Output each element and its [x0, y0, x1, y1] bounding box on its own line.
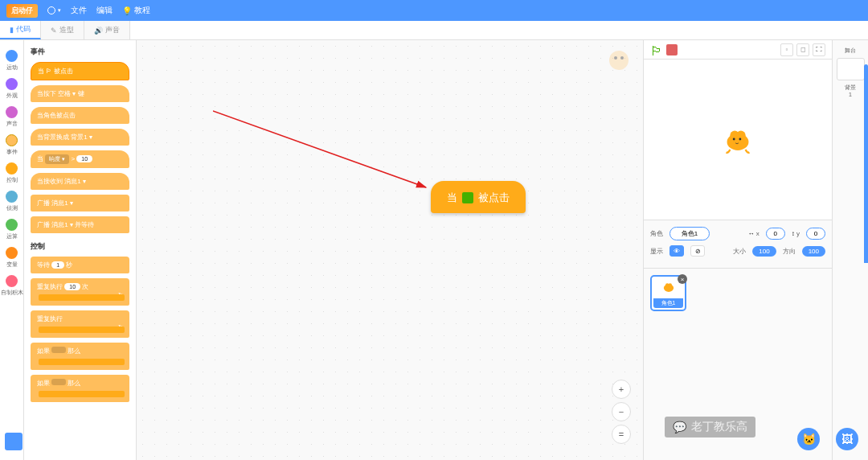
zoom-reset-button[interactable]: =	[612, 425, 631, 444]
block-when-backdrop-switches[interactable]: 当背景换成 背景1 ▾	[31, 129, 129, 146]
block-when-flag-clicked[interactable]: 当 🏳 被点击	[31, 62, 129, 80]
scrollbar[interactable]	[864, 64, 868, 396]
arrow-annotation	[213, 103, 438, 199]
add-backdrop-button[interactable]: 🖼	[836, 428, 858, 450]
tab-sounds[interactable]: 🔊 声音	[84, 21, 130, 39]
show-button[interactable]: 👁	[669, 245, 684, 257]
watermark-text: 老丁教乐高	[691, 420, 747, 434]
chevron-down-icon: ▾	[58, 7, 61, 14]
wechat-icon: 💬	[673, 421, 686, 433]
tab-costumes-label: 造型	[59, 25, 74, 35]
flag-icon	[462, 192, 473, 203]
sprite-y-input[interactable]: 0	[806, 228, 825, 240]
right-panel: 🏳 ▫ ◻ ⛶	[643, 40, 868, 460]
svg-point-1	[614, 56, 617, 60]
category-column: 运动 外观 声音 事件 控制 侦测 运算 变量 自制积木	[0, 40, 24, 460]
block-if[interactable]: 如果 那么	[31, 343, 129, 370]
block-when-receive[interactable]: 当接收到 消息1 ▾	[31, 173, 129, 190]
block-when-loudness[interactable]: 当 响度 ▾ > 10	[31, 150, 129, 168]
block-broadcast-wait[interactable]: 广播 消息1 ▾ 并等待	[31, 216, 129, 233]
language-menu[interactable]: ▾	[47, 6, 61, 14]
add-sprite-button[interactable]: 🐱	[797, 428, 820, 450]
sprite-watermark-icon	[607, 48, 631, 72]
block-palette: 事件 当 🏳 被点击 当按下 空格 ▾ 键 当角色被点击 当背景换成 背景1 ▾…	[24, 40, 137, 460]
sprite-info-panel: 角色 角色1 ↔ x 0 ↕ y 0 显示 👁 ⊘ 大小 100 方向 100	[644, 220, 832, 269]
stage-preview[interactable]	[644, 60, 832, 220]
backdrop-label: 背景	[836, 84, 865, 92]
delete-sprite-button[interactable]: ×	[678, 274, 687, 284]
category-myblocks[interactable]: 自制积木	[0, 275, 23, 297]
category-motion[interactable]: 运动	[0, 50, 23, 72]
green-flag-button[interactable]: 🏳	[650, 44, 661, 55]
svg-point-2	[620, 56, 624, 60]
svg-point-8	[733, 138, 735, 140]
category-control[interactable]: 控制	[0, 162, 23, 184]
logo: 启动仔	[6, 4, 38, 18]
sprite-direction-input[interactable]: 100	[802, 246, 825, 257]
block-if-else[interactable]: 如果 那么	[31, 375, 129, 402]
watermark: 💬 老丁教乐高	[665, 417, 755, 437]
category-looks[interactable]: 外观	[0, 78, 23, 100]
sprite-thumb-1[interactable]: × 角色1	[650, 275, 686, 311]
block-text-prefix: 当	[447, 191, 457, 205]
hide-button[interactable]: ⊘	[690, 245, 705, 257]
svg-point-12	[668, 283, 671, 286]
stage-fullscreen-button[interactable]: ⛶	[813, 43, 825, 56]
direction-label: 方向	[783, 247, 796, 256]
svg-point-0	[609, 51, 628, 70]
sprite-x-input[interactable]: 0	[766, 228, 785, 240]
stage-column: 舞台 背景 1	[832, 40, 868, 460]
tutorials-button[interactable]: 💡 教程	[122, 5, 150, 16]
zoom-out-button[interactable]: −	[612, 402, 631, 421]
globe-icon	[47, 6, 55, 14]
block-repeat[interactable]: 重复执行 10 次 ↻	[31, 278, 129, 306]
block-when-key-pressed[interactable]: 当按下 空格 ▾ 键	[31, 85, 129, 102]
tab-costumes[interactable]: ✎ 造型	[41, 21, 84, 39]
block-wait[interactable]: 等待 1 秒	[31, 257, 129, 273]
palette-section-control: 控制	[31, 241, 129, 252]
script-canvas[interactable]: 当 被点击 + − =	[137, 40, 643, 460]
block-when-sprite-clicked[interactable]: 当角色被点击	[31, 107, 129, 124]
tab-sounds-label: 声音	[105, 25, 120, 35]
sprite-name-label: 角色	[650, 229, 663, 238]
category-sound[interactable]: 声音	[0, 106, 23, 128]
svg-point-9	[739, 138, 741, 140]
block-text-suffix: 被点击	[478, 191, 510, 205]
stage-sprite-cat	[719, 121, 757, 159]
tutorials-label: 教程	[134, 5, 150, 16]
block-forever[interactable]: 重复执行 ↻	[31, 310, 129, 338]
backdrop-count: 1	[836, 92, 865, 97]
sprite-size-input[interactable]: 100	[752, 246, 776, 257]
category-variables[interactable]: 变量	[0, 247, 23, 269]
block-broadcast[interactable]: 广播 消息1 ▾	[31, 195, 129, 212]
sprite-thumb-name: 角色1	[653, 298, 683, 308]
stage-large-button[interactable]: ◻	[796, 43, 809, 56]
file-menu[interactable]: 文件	[71, 5, 87, 16]
category-events[interactable]: 事件	[0, 134, 23, 156]
editor-tabs: ▮ 代码 ✎ 造型 🔊 声音	[0, 21, 868, 40]
category-operators[interactable]: 运算	[0, 219, 23, 240]
canvas-block-when-flag-clicked[interactable]: 当 被点击	[431, 181, 526, 213]
sprite-name-input[interactable]: 角色1	[669, 227, 710, 240]
svg-line-4	[213, 111, 426, 187]
stage-thumbnail[interactable]	[837, 58, 865, 80]
x-label: x	[756, 230, 760, 237]
stage-header-label: 舞台	[836, 47, 865, 55]
extensions-button[interactable]	[5, 433, 23, 450]
size-label: 大小	[733, 247, 746, 256]
tab-code[interactable]: ▮ 代码	[0, 21, 41, 39]
menu-bar: 启动仔 ▾ 文件 编辑 💡 教程	[0, 0, 868, 21]
stage-header: 🏳 ▫ ◻ ⛶	[644, 40, 832, 60]
zoom-controls: + − =	[612, 380, 631, 444]
y-label: y	[796, 230, 800, 237]
stop-button[interactable]	[666, 44, 678, 55]
stage-small-button[interactable]: ▫	[780, 43, 793, 56]
category-sensing[interactable]: 侦测	[0, 191, 23, 212]
visibility-label: 显示	[650, 247, 663, 256]
palette-section-events: 事件	[31, 47, 129, 57]
edit-menu[interactable]: 编辑	[96, 5, 113, 16]
zoom-in-button[interactable]: +	[612, 380, 631, 399]
tab-code-label: 代码	[16, 24, 31, 35]
